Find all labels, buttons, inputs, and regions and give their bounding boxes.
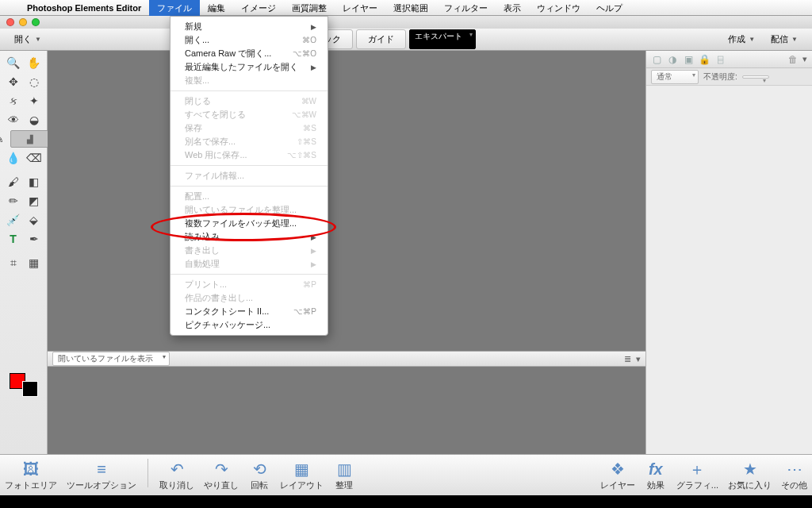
bottom-bar: 🖼フォトエリア ≡ツールオプション ↶取り消し ↷やり直し ⟲回転 ▦レイアウト…	[0, 454, 812, 495]
menu-view[interactable]: 表示	[496, 0, 529, 16]
open-files-select[interactable]: 開いているファイルを表示	[52, 352, 170, 366]
chevron-down-icon[interactable]: ▾	[636, 354, 641, 364]
pen-tool[interactable]: ✒	[25, 230, 44, 248]
menu-item[interactable]: ピクチャパッケージ...	[170, 318, 327, 332]
menu-window[interactable]: ウィンドウ	[529, 0, 588, 16]
bottom-right-group: ❖レイヤー fx効果 ＋グラフィ... ★お気に入り ⋯その他	[600, 459, 807, 491]
menu-item[interactable]: 複数ファイルをバッチ処理...	[170, 217, 327, 230]
menu-layer[interactable]: レイヤー	[335, 0, 385, 16]
share-button[interactable]: 配信 ▼	[764, 32, 804, 47]
menu-image[interactable]: イメージ	[233, 0, 284, 16]
minimize-icon[interactable]	[19, 18, 27, 26]
sponge-tool[interactable]: ◧	[25, 173, 44, 190]
menu-item-label: 開いているファイルを整理...	[185, 204, 297, 216]
zoom-window-icon[interactable]	[32, 18, 40, 26]
menu-select[interactable]: 選択範囲	[385, 0, 436, 16]
panel-icon-row: ▢ ◑ ▣ 🔒 ⌸ 🗑 ▾	[646, 51, 812, 68]
spot-tool[interactable]: ◒	[25, 111, 44, 129]
panel-menu-icon[interactable]: ▾	[802, 54, 807, 64]
eyedrop-tool[interactable]: 💉	[4, 211, 23, 229]
layers-panel: ▢ ◑ ▣ 🔒 ⌸ 🗑 ▾ 通常 不透明度:	[645, 51, 812, 454]
trash-icon[interactable]: 🗑	[788, 54, 798, 65]
favorites-button[interactable]: ★お気に入り	[728, 459, 772, 491]
menu-item-label: コンタクトシート II...	[185, 306, 269, 318]
more-button[interactable]: ⋯その他	[781, 459, 807, 491]
menu-help[interactable]: ヘルプ	[588, 0, 630, 16]
undo-button[interactable]: ↶取り消し	[159, 459, 194, 491]
menu-filter[interactable]: フィルター	[436, 0, 496, 16]
new-layer-icon[interactable]: ▢	[651, 54, 662, 65]
menu-item[interactable]: 最近編集したファイルを開く▶	[170, 60, 327, 74]
create-button[interactable]: 作成 ▼	[722, 32, 761, 47]
list-icon[interactable]: ≣	[624, 354, 631, 364]
menu-item: 開いているファイルを整理...	[170, 203, 327, 217]
menu-item-label: Camera Raw で開く...	[185, 48, 271, 60]
wand-tool[interactable]: ✦	[25, 92, 44, 110]
menu-item: 自動処理▶	[170, 257, 327, 271]
shape-tool[interactable]: ▦	[25, 254, 44, 271]
menu-item[interactable]: 開く...⌘O	[170, 33, 327, 47]
star-icon: ★	[739, 459, 761, 479]
tab-expert[interactable]: エキスパート	[409, 29, 476, 49]
close-icon[interactable]	[6, 18, 14, 26]
mask-icon[interactable]: ▣	[683, 54, 694, 65]
layout-button[interactable]: ▦レイアウト	[280, 459, 324, 491]
menu-file[interactable]: ファイル	[149, 0, 200, 16]
menu-edit[interactable]: 編集	[200, 0, 233, 16]
bucket-tool[interactable]: ⬙	[25, 211, 44, 229]
menu-item: Web 用に保存...⌥⇧⌘S	[170, 148, 327, 162]
zoom-tool[interactable]: 🔍	[4, 54, 23, 71]
organize-button[interactable]: ▥整理	[333, 459, 355, 491]
brush-tool[interactable]: 🖌	[4, 173, 23, 190]
tool-options-button[interactable]: ≡ツールオプション	[67, 459, 136, 491]
menu-item[interactable]: 新規▶	[170, 20, 327, 33]
graphics-button[interactable]: ＋グラフィ...	[676, 459, 718, 491]
layers-button[interactable]: ❖レイヤー	[600, 459, 635, 491]
type-tool[interactable]: T	[4, 230, 23, 248]
pencil-tool[interactable]: ✏	[4, 192, 23, 210]
menu-item: 配置...	[170, 190, 327, 203]
eraser-tool[interactable]: ⌫	[25, 149, 44, 167]
menu-item-label: 複数ファイルをバッチ処理...	[185, 217, 297, 229]
lock-icon[interactable]: 🔒	[699, 54, 710, 65]
effects-button[interactable]: fx効果	[645, 459, 667, 491]
menu-item[interactable]: Camera Raw で開く...⌥⌘O	[170, 47, 327, 60]
lasso-tool[interactable]: ક	[4, 92, 23, 110]
drop-tool[interactable]: 💧	[4, 149, 23, 167]
marquee-tool[interactable]: ◌	[25, 73, 44, 90]
menu-separator	[170, 165, 327, 166]
main-area: 🔍✋ ✥◌ ક✦ 👁◒ ✎▟ 💧⌫ 🖌◧ ✏◩ 💉⬙ T✒ ⌗▦ 開いているファ…	[0, 51, 812, 454]
menu-item-label: 保存	[185, 122, 202, 134]
opacity-select[interactable]	[742, 75, 769, 79]
menu-item[interactable]: コンタクトシート II...⌥⌘P	[170, 305, 327, 318]
blend-mode-select[interactable]: 通常	[651, 70, 699, 84]
favorites-label: お気に入り	[728, 479, 772, 491]
rotate-button[interactable]: ⟲回転	[248, 459, 270, 491]
color-swatch[interactable]	[10, 373, 38, 397]
shortcut-label: ⌥⌘P	[293, 307, 316, 316]
tab-guided[interactable]: ガイド	[356, 29, 406, 49]
redo-button[interactable]: ↷やり直し	[204, 459, 239, 491]
open-button[interactable]: 開く ▼	[8, 32, 48, 47]
chevron-down-icon: ▼	[791, 36, 798, 43]
background-color[interactable]	[22, 381, 38, 397]
hand-tool[interactable]: ✋	[25, 54, 44, 71]
menu-item-label: 自動処理	[185, 258, 220, 270]
move-tool[interactable]: ✥	[4, 73, 23, 90]
heal-tool[interactable]: ✎	[0, 130, 9, 148]
menu-item[interactable]: 読み込み▶	[170, 230, 327, 244]
gradient-tool[interactable]: ◩	[25, 192, 44, 210]
menu-item: 別名で保存...⇧⌘S	[170, 135, 327, 148]
redo-icon: ↷	[210, 459, 232, 479]
menu-item-label: すべてを閉じる	[185, 109, 246, 121]
link-icon[interactable]: ⌸	[714, 54, 726, 65]
adjust-icon[interactable]: ◑	[667, 54, 678, 65]
bottom-left-group: 🖼フォトエリア ≡ツールオプション ↶取り消し ↷やり直し ⟲回転 ▦レイアウト…	[5, 459, 355, 491]
app-name: Photoshop Elements Editor	[19, 3, 149, 13]
crop-tool[interactable]: ⌗	[4, 254, 23, 271]
menu-enhance[interactable]: 画質調整	[284, 0, 335, 16]
photo-bin-button[interactable]: 🖼フォトエリア	[5, 459, 57, 491]
rotate-icon: ⟲	[248, 459, 270, 479]
chevron-down-icon: ▼	[35, 36, 41, 43]
redeye-tool[interactable]: 👁	[4, 111, 23, 129]
